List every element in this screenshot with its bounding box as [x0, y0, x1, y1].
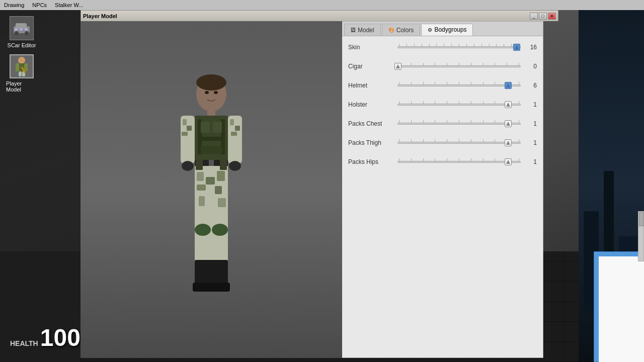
minimize-button[interactable]: _ — [530, 13, 538, 20]
svg-rect-10 — [24, 63, 28, 71]
bodygroup-value: 1 — [525, 158, 537, 165]
bodygroup-slider-thumb[interactable] — [394, 63, 401, 70]
bodygroup-slider-container[interactable] — [397, 157, 521, 167]
tick-mark — [504, 44, 504, 46]
svg-rect-43 — [217, 171, 225, 181]
tick-mark — [459, 139, 459, 142]
health-label: HEALTH — [10, 339, 38, 347]
tick-mark — [481, 44, 482, 46]
bodygroup-value: 1 — [525, 101, 537, 108]
tick-mark — [459, 101, 459, 104]
svg-rect-27 — [201, 146, 222, 154]
svg-point-17 — [214, 91, 218, 94]
window-title: Player Model — [83, 13, 117, 19]
tick-mark — [435, 63, 435, 65]
tick-mark — [411, 139, 412, 142]
model-viewport[interactable] — [80, 21, 342, 358]
tick-mark — [447, 158, 447, 161]
tab-bodygroups[interactable]: ⚙ Bodygroups — [421, 24, 473, 36]
tick-mark — [411, 101, 412, 104]
model-tab-icon: 🖼 — [351, 27, 356, 33]
table-row: Packs Hips 1 — [348, 157, 537, 167]
bodygroup-slider-thumb[interactable] — [505, 82, 512, 89]
bodygroup-slider-container[interactable] — [397, 80, 521, 90]
thumb-icon — [505, 140, 511, 146]
bodygroup-value: 0 — [525, 63, 537, 70]
close-button[interactable]: ✕ — [548, 13, 556, 20]
table-row: Cigar 0 — [348, 61, 537, 71]
bodygroup-slider-thumb[interactable] — [513, 44, 520, 51]
tick-mark — [423, 63, 424, 65]
bodygroup-label: Helmet — [348, 82, 393, 89]
tick-mark — [447, 139, 447, 142]
bodygroup-slider-container[interactable] — [397, 138, 521, 148]
tab-colors[interactable]: 🎨 Colors — [382, 24, 421, 36]
bodygroup-slider-container[interactable] — [397, 61, 521, 71]
tick-mark — [495, 82, 495, 84]
tick-mark — [519, 120, 519, 123]
svg-rect-11 — [19, 71, 22, 76]
svg-point-16 — [205, 91, 209, 94]
tick-mark — [435, 101, 435, 104]
bodygroup-value: 1 — [525, 139, 537, 146]
bodygroup-slider-track — [397, 65, 521, 67]
svg-point-7 — [18, 57, 25, 64]
tick-mark — [511, 44, 512, 46]
table-row: Packs Thigh 1 — [348, 138, 537, 148]
bodygroup-slider-container[interactable] — [397, 42, 521, 52]
svg-rect-6 — [25, 28, 28, 31]
svg-rect-29 — [209, 160, 214, 166]
bodygroup-label: Packs Hips — [348, 158, 393, 165]
window-controls: _ □ ✕ — [530, 13, 556, 20]
tick-mark — [451, 44, 452, 46]
svg-rect-25 — [201, 122, 210, 133]
tick-mark — [435, 139, 435, 142]
tick-mark — [411, 63, 412, 65]
bodygroup-label: Packs Thigh — [348, 139, 393, 146]
tick-mark — [459, 120, 459, 123]
tick-mark — [447, 101, 447, 104]
tick-mark — [423, 120, 424, 123]
menu-drawing[interactable]: Drawing — [4, 2, 24, 8]
tick-mark — [407, 44, 407, 46]
svg-rect-37 — [235, 126, 240, 131]
tick-mark — [483, 82, 484, 84]
tick-mark — [519, 63, 519, 65]
tick-mark — [519, 101, 519, 104]
sidebar-item-player[interactable]: Player Model — [4, 52, 39, 95]
tick-mark — [399, 44, 399, 46]
maximize-button[interactable]: □ — [539, 13, 547, 20]
tick-mark — [483, 63, 484, 65]
bodygroup-slider-container[interactable] — [397, 119, 521, 129]
tick-mark — [471, 158, 471, 161]
menu-npcs[interactable]: NPCs — [32, 2, 47, 8]
tick-mark — [435, 120, 435, 123]
tick-mark — [447, 82, 447, 84]
tick-marks — [398, 139, 520, 141]
tick-mark — [429, 44, 430, 46]
svg-rect-45 — [215, 186, 222, 194]
tick-mark — [459, 44, 459, 46]
bodygroup-slider-thumb[interactable] — [505, 101, 512, 108]
table-row: Packs Chest 1 — [348, 119, 537, 129]
health-display: HEALTH 100 — [10, 326, 80, 350]
sidebar-item-scar[interactable]: SCar Editor — [4, 14, 39, 50]
menu-stalker[interactable]: Stalker W... — [55, 2, 83, 8]
bodygroup-value: 1 — [525, 120, 537, 127]
bodygroups-tab-icon: ⚙ — [428, 27, 432, 33]
bodygroup-slider-thumb[interactable] — [505, 158, 512, 165]
bodygroup-slider-container[interactable] — [397, 100, 521, 110]
tab-model[interactable]: 🖼 Model — [344, 24, 381, 36]
tick-mark — [435, 82, 435, 84]
tick-marks — [398, 101, 520, 103]
tick-mark — [423, 82, 424, 84]
tick-marks — [398, 120, 520, 122]
thumb-icon — [505, 82, 511, 88]
bodygroup-slider-thumb[interactable] — [505, 120, 512, 127]
colors-tab-icon: 🎨 — [388, 27, 394, 33]
window-body: 🖼 Model 🎨 Colors ⚙ Bodygroups Skin — [80, 21, 558, 358]
health-value: 100 — [40, 326, 80, 350]
bodygroup-slider-thumb[interactable] — [505, 139, 512, 146]
bodygroup-value: 16 — [525, 44, 537, 51]
tick-mark — [519, 82, 519, 84]
